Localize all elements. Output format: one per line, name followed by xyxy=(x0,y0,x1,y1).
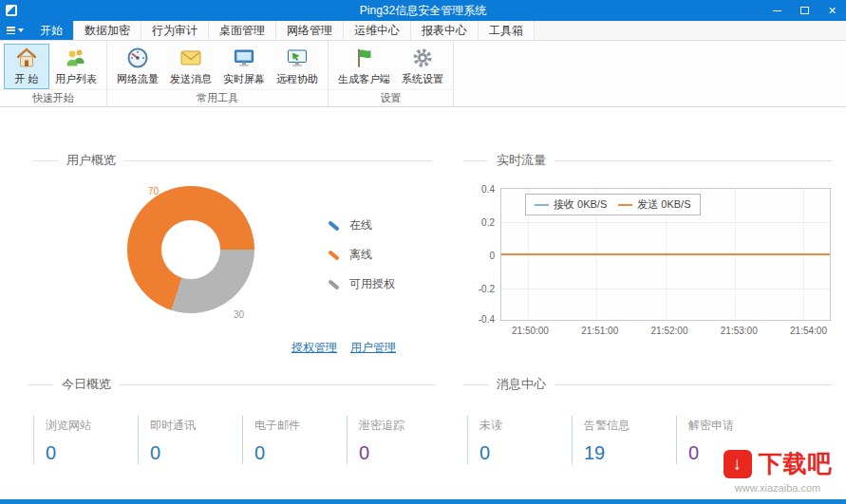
xiazaiba-watermark: ↓ 下载吧 www.xiazaiba.com xyxy=(715,448,840,494)
today-overview-header: 今日概览 xyxy=(28,376,435,393)
ribbon-group-common-tools: 网络流量 发送消息 实时屏幕 xyxy=(107,41,329,106)
ribbon-button-label: 实时屏幕 xyxy=(223,72,265,86)
offline-marker-icon xyxy=(328,250,340,260)
tab-start[interactable]: 开始 xyxy=(29,21,74,40)
generate-client-button[interactable]: 生成客户端 xyxy=(332,44,396,89)
realtime-traffic-header: 实时流量 xyxy=(463,152,832,169)
ribbon-button-label: 网络流量 xyxy=(117,72,159,86)
tab-network-management[interactable]: 网络管理 xyxy=(276,21,344,40)
screen-icon xyxy=(233,47,255,69)
message-icon xyxy=(179,47,202,69)
remote-assist-button[interactable]: 远程协助 xyxy=(271,44,324,89)
ribbon-button-label: 远程协助 xyxy=(276,72,318,86)
y-tick: -0.4 xyxy=(479,314,495,325)
tab-desktop-management[interactable]: 桌面管理 xyxy=(209,21,276,40)
minimize-button[interactable] xyxy=(763,0,791,21)
user-list-button[interactable]: 用户列表 xyxy=(49,44,103,89)
realtime-screen-button[interactable]: 实时屏幕 xyxy=(217,44,271,89)
traffic-chart-legend: 接收 0KB/S 发送 0KB/S xyxy=(525,194,701,215)
send-series-line xyxy=(501,253,830,255)
group-label-settings: 设置 xyxy=(329,89,453,108)
stat-unread: 未读 0 xyxy=(467,416,572,464)
user-overview-links: 授权管理 用户管理 xyxy=(291,340,396,356)
minimize-icon xyxy=(773,10,781,11)
network-traffic-button[interactable]: 网络流量 xyxy=(111,44,164,89)
y-tick: 0 xyxy=(489,251,495,261)
donut-label-offline: 70 xyxy=(148,186,159,196)
tab-report-center[interactable]: 报表中心 xyxy=(411,21,479,40)
stat-alerts: 告警信息 19 xyxy=(572,416,676,464)
app-menu-button[interactable] xyxy=(0,21,29,40)
section-title: 消息中心 xyxy=(497,376,546,393)
window-title: Ping32信息安全管理系统 xyxy=(0,3,846,19)
remote-icon xyxy=(286,47,309,69)
ribbon-group-settings: 生成客户端 系统设置 设置 xyxy=(329,41,454,106)
stat-value: 0 xyxy=(46,442,130,464)
legend-label: 离线 xyxy=(349,247,372,263)
traffic-line-chart: 接收 0KB/S 发送 0KB/S 0.4 0.2 0 -0.2 -0.4 xyxy=(472,188,831,336)
ribbon: 开 始 用户列表 快速开始 xyxy=(0,41,846,107)
status-bar xyxy=(0,499,846,504)
tab-ops-center[interactable]: 运维中心 xyxy=(344,21,411,40)
legend-item-available-license: 可用授权 xyxy=(328,276,395,292)
stat-instant-messaging: 即时通讯 0 xyxy=(138,416,242,464)
section-title: 实时流量 xyxy=(497,152,546,169)
stat-label: 解密申请 xyxy=(688,418,773,434)
users-icon xyxy=(65,47,87,69)
section-title: 今日概览 xyxy=(62,376,111,393)
app-window: Ping32信息安全管理系统 × 开始 数据加密 行为审计 桌面管理 网络管理 … xyxy=(0,0,846,504)
gauge-icon xyxy=(126,47,149,69)
tab-data-encryption[interactable]: 数据加密 xyxy=(74,21,141,40)
x-tick: 21:51:00 xyxy=(581,326,618,336)
donut-label-available: 30 xyxy=(234,309,244,320)
maximize-icon xyxy=(800,7,809,14)
y-axis-labels: 0.4 0.2 0 -0.2 -0.4 xyxy=(472,188,500,321)
stat-email: 电子邮件 0 xyxy=(242,416,347,464)
today-overview-stats: 浏览网站 0 即时通讯 0 电子邮件 0 泄密追踪 0 xyxy=(33,416,451,464)
x-axis-labels: 21:50:00 21:51:00 21:52:00 21:53:00 21:5… xyxy=(500,321,831,336)
stat-leak-tracking: 泄密追踪 0 xyxy=(347,416,451,464)
send-message-button[interactable]: 发送消息 xyxy=(164,44,217,89)
x-tick: 21:54:00 xyxy=(790,326,827,336)
grid-icon xyxy=(7,27,15,34)
legend-item-online: 在线 xyxy=(328,217,395,233)
stat-label: 电子邮件 xyxy=(254,418,339,434)
message-center-header: 消息中心 xyxy=(463,376,832,393)
chevron-down-icon xyxy=(18,28,24,32)
start-button[interactable]: 开 始 xyxy=(4,44,49,89)
stat-label: 未读 xyxy=(479,418,564,434)
tab-toolbox[interactable]: 工具箱 xyxy=(479,21,535,40)
close-button[interactable]: × xyxy=(818,0,846,21)
stat-value: 0 xyxy=(359,442,443,464)
ribbon-button-label: 开 始 xyxy=(14,72,38,86)
user-management-link[interactable]: 用户管理 xyxy=(350,340,396,356)
ribbon-group-quick-start: 开 始 用户列表 快速开始 xyxy=(0,41,107,106)
section-title: 用户概览 xyxy=(66,152,116,169)
tab-behavior-audit[interactable]: 行为审计 xyxy=(141,21,209,40)
stat-value: 0 xyxy=(479,442,564,464)
send-line-icon xyxy=(618,204,632,206)
stat-value: 0 xyxy=(150,442,235,464)
stat-value: 19 xyxy=(584,442,668,464)
download-icon: ↓ xyxy=(724,450,752,478)
y-tick: 0.4 xyxy=(481,184,495,195)
watermark-name: 下载吧 xyxy=(759,448,833,479)
group-label-common-tools: 常用工具 xyxy=(107,89,328,108)
system-settings-button[interactable]: 系统设置 xyxy=(396,44,449,89)
home-icon xyxy=(15,47,38,69)
user-overview-legend: 在线 离线 可用授权 xyxy=(328,217,395,292)
watermark-url: www.xiazaiba.com xyxy=(715,482,840,494)
legend-item-offline: 离线 xyxy=(328,247,395,263)
ribbon-tab-bar: 开始 数据加密 行为审计 桌面管理 网络管理 运维中心 报表中心 工具箱 xyxy=(0,21,846,41)
titlebar: Ping32信息安全管理系统 × xyxy=(0,0,846,21)
ribbon-button-label: 用户列表 xyxy=(55,72,97,86)
group-label-quick-start: 快速开始 xyxy=(0,89,106,108)
gridline xyxy=(501,222,830,223)
legend-label: 可用授权 xyxy=(349,276,395,292)
maximize-button[interactable] xyxy=(791,0,818,21)
legend-item-send: 发送 0KB/S xyxy=(618,197,690,212)
user-overview-header: 用户概览 xyxy=(33,152,432,169)
license-management-link[interactable]: 授权管理 xyxy=(291,340,337,356)
stat-label: 浏览网站 xyxy=(46,418,130,434)
legend-label: 在线 xyxy=(349,217,372,233)
